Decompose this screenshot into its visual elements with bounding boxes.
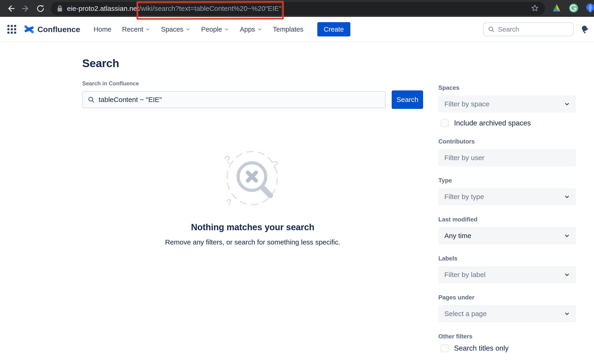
nav-search-box[interactable] [483,22,574,36]
confluence-logo-icon [24,24,35,35]
filter-by-label-select[interactable]: Filter by label [438,266,576,283]
blue-gem-icon[interactable] [586,3,594,14]
filters-sidebar: Spaces Filter by space Include archived … [438,57,576,352]
filter-by-type-select[interactable]: Filter by type [438,188,576,205]
nav-item-apps[interactable]: Apps [240,26,262,33]
chevron-down-icon [145,27,150,32]
page-content: Search Search in Confluence Search ? ? ?… [0,42,594,352]
empty-state: ? ? ? Nothing matches your search Remove… [82,148,423,246]
chevron-down-icon [564,311,570,317]
empty-state-subtitle: Remove any filters, or search for someth… [82,238,423,246]
bookmark-star-icon[interactable] [531,4,539,13]
nav-item-people[interactable]: People [201,26,229,33]
chevron-down-icon [564,194,570,200]
forward-icon[interactable] [20,3,31,14]
confluence-brand[interactable]: Confluence [24,24,80,35]
browser-extensions [552,3,592,14]
create-button[interactable]: Create [317,22,350,36]
main-search-box[interactable] [82,91,386,108]
filter-label-contributors: Contributors [438,138,576,145]
pages-under-select[interactable]: Select a page [438,305,576,322]
svg-text:?: ? [226,197,233,208]
url-text: eie-proto2.atlassian.net/wiki/search?tex… [67,5,282,13]
browser-toolbar: eie-proto2.atlassian.net/wiki/search?tex… [0,0,594,17]
chevron-down-icon [185,27,190,32]
filter-by-user-input[interactable]: Filter by user [438,149,576,166]
chevron-down-icon [257,27,262,32]
primary-nav: Home Recent Spaces People Apps Templates [94,26,314,33]
back-icon[interactable] [6,3,16,14]
search-icon [488,26,495,33]
no-results-illustration: ? ? ? [221,148,284,209]
chevron-down-icon [224,27,229,32]
search-main-column: Search Search in Confluence Search ? ? ?… [82,57,423,246]
empty-state-title: Nothing matches your search [82,222,423,232]
filter-label-other-filters: Other filters [438,333,576,340]
search-icon [88,96,95,103]
last-modified-select[interactable]: Any time [438,227,576,244]
product-name: Confluence [37,25,80,34]
filter-by-space-select[interactable]: Filter by space [438,96,576,113]
url-bar[interactable]: eie-proto2.atlassian.net/wiki/search?tex… [51,2,545,15]
svg-text:?: ? [222,152,233,167]
nav-item-templates[interactable]: Templates [273,26,304,33]
google-drive-icon[interactable] [552,3,562,14]
include-archived-checkbox-row[interactable]: Include archived spaces [438,119,576,127]
search-row: Search [82,91,423,109]
chevron-down-icon [564,101,570,107]
filter-label-spaces: Spaces [438,84,576,91]
url-domain: eie-proto2.atlassian.net [67,5,139,12]
chevron-down-icon [564,233,570,239]
app-switcher-icon[interactable] [7,25,17,34]
nav-item-spaces[interactable]: Spaces [161,26,190,33]
grammarly-icon[interactable] [569,3,579,14]
filter-label-type: Type [438,177,576,184]
svg-text:?: ? [271,158,280,171]
filter-label-labels: Labels [438,255,576,262]
filter-label-last-modified: Last modified [438,216,576,223]
reload-icon[interactable] [35,3,46,14]
filter-label-pages-under: Pages under [438,294,576,301]
search-titles-only-checkbox-row[interactable]: Search titles only [438,344,576,352]
nav-item-home[interactable]: Home [94,26,111,33]
lock-icon [57,5,63,12]
url-path: /wiki/search?text=tableContent%20~%20"EI… [139,5,282,12]
nav-item-recent[interactable]: Recent [122,26,150,33]
checkbox[interactable] [441,119,448,127]
checkbox[interactable] [441,344,448,352]
page-title: Search [82,57,423,70]
search-in-confluence-label: Search in Confluence [82,80,423,87]
chevron-down-icon [564,272,570,278]
nav-search-input[interactable] [498,26,569,33]
notifications-bell-icon[interactable] [580,24,590,35]
main-search-input[interactable] [99,96,380,104]
confluence-top-nav: Confluence Home Recent Spaces People App… [0,17,594,42]
search-submit-button[interactable]: Search [392,91,423,109]
